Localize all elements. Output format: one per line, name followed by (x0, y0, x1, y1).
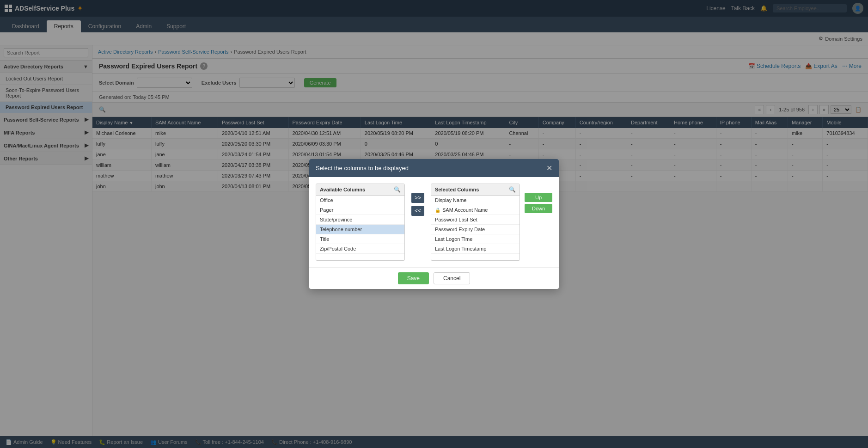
available-column-item[interactable]: Telephone number (316, 225, 404, 234)
selected-column-item[interactable]: Display Name (431, 196, 520, 205)
column-select-modal: Select the columns to be displayed ✕ Ava… (309, 159, 559, 289)
selected-columns-header: Selected Columns 🔍 (431, 184, 520, 196)
modal-overlay: Select the columns to be displayed ✕ Ava… (0, 0, 868, 448)
available-column-item[interactable]: State/province (316, 215, 404, 225)
available-column-item[interactable]: Pager (316, 205, 404, 215)
available-column-item[interactable]: Title (316, 234, 404, 244)
move-down-button[interactable]: Down (525, 204, 552, 213)
selected-search-icon[interactable]: 🔍 (509, 186, 516, 193)
transfer-right-button[interactable]: >> (411, 193, 424, 203)
modal-footer: Save Cancel (309, 267, 559, 289)
transfer-buttons: >> << (410, 184, 426, 225)
available-columns-label: Available Columns (320, 187, 365, 192)
move-up-button[interactable]: Up (525, 193, 552, 202)
selected-columns-panel: Selected Columns 🔍 Display Name🔒SAM Acco… (431, 184, 520, 261)
updown-buttons: Up Down (525, 184, 552, 222)
modal-save-button[interactable]: Save (398, 272, 429, 284)
modal-body: Available Columns 🔍 OfficePagerState/pro… (309, 177, 559, 267)
selected-column-item[interactable]: Password Last Set (431, 215, 520, 225)
selected-columns-label: Selected Columns (435, 187, 479, 192)
available-column-item[interactable]: Zip/Postal Code (316, 244, 404, 254)
modal-close-button[interactable]: ✕ (546, 164, 552, 172)
available-search-icon[interactable]: 🔍 (394, 186, 401, 193)
transfer-left-button[interactable]: << (411, 206, 424, 216)
selected-column-item[interactable]: 🔒SAM Account Name (431, 205, 520, 215)
selected-column-item[interactable]: Password Expiry Date (431, 225, 520, 234)
lock-icon: 🔒 (435, 208, 440, 213)
modal-cancel-button[interactable]: Cancel (434, 272, 470, 284)
selected-columns-list: Display Name🔒SAM Account NamePassword La… (431, 196, 520, 260)
available-columns-list: OfficePagerState/provinceTelephone numbe… (316, 196, 404, 260)
modal-header: Select the columns to be displayed ✕ (309, 159, 559, 177)
modal-columns-container: Available Columns 🔍 OfficePagerState/pro… (316, 184, 552, 261)
modal-title: Select the columns to be displayed (316, 165, 409, 172)
available-columns-header: Available Columns 🔍 (316, 184, 404, 196)
available-column-item[interactable]: Office (316, 196, 404, 205)
available-columns-panel: Available Columns 🔍 OfficePagerState/pro… (316, 184, 405, 261)
selected-column-item[interactable]: Last Logon Timestamp (431, 244, 520, 254)
selected-column-item[interactable]: Last Logon Time (431, 234, 520, 244)
